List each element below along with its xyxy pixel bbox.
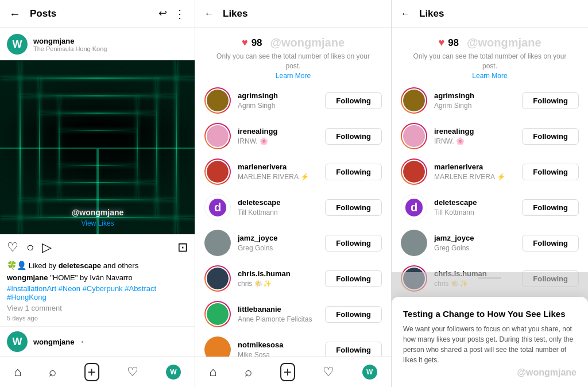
like-username[interactable]: jamz_joyce [434,233,515,243]
like-item: littlebananie Anne Piamonte Felicitas Fo… [195,296,391,332]
like-user-info: chris.is.human chris 🌤️✨ [238,269,318,289]
back-icon[interactable]: ← [9,7,21,21]
following-button[interactable]: Following [325,199,382,216]
modal-text: We want your followers to focus on what … [403,324,577,365]
like-user-info: deletescape Till Kottmann [434,198,515,218]
like-display-name: MARLENE RIVERA ⚡ [434,172,515,182]
post-user-info: wongmjane The Peninsula Hong Kong [33,37,188,52]
comment-icon[interactable]: ○ [26,240,34,255]
post-watermark: @wongmjane [72,208,124,217]
back-icon-right[interactable]: ← [401,9,410,19]
like-username[interactable]: chris.is.human [238,269,318,279]
nav-home-icon-mid[interactable]: ⌂ [209,365,216,380]
share-icon[interactable]: ▷ [42,240,52,255]
like-avatar[interactable] [204,265,231,292]
nav-home-icon[interactable]: ⌂ [14,365,21,380]
following-button[interactable]: Following [325,270,382,287]
following-button[interactable]: Following [325,128,382,145]
like-username[interactable]: notmikesosa [238,340,318,350]
like-username[interactable]: irenealingg [238,126,318,137]
posts-panel: ← Posts ↩ ⋮ W wongmjane The Peninsula Ho… [0,0,195,387]
like-username[interactable]: marlenerivera [434,162,515,172]
like-item: irenealingg IRNW. 🌸 Following [392,118,588,154]
like-user-info: marlenerivera MARLENE RIVERA ⚡ [238,162,318,182]
post-username[interactable]: wongmjane [33,37,188,45]
bookmark-icon[interactable]: ⊡ [177,240,188,255]
following-button[interactable]: Following [522,92,579,109]
view-likes-link[interactable]: View Likes [81,219,114,227]
like-username[interactable]: agrimsingh [434,91,515,101]
nav-search-icon[interactable]: ⌕ [49,365,56,380]
following-button[interactable]: Following [522,235,579,251]
back-icon-middle[interactable]: ← [204,9,214,19]
likes-privacy-right: Only you can see the total number of lik… [392,52,588,83]
like-avatar[interactable] [204,158,231,185]
following-button[interactable]: Following [325,92,382,109]
post-hashtags[interactable]: #InstallationArt #Neon #Cyberpunk #Abstr… [0,283,195,303]
following-button[interactable]: Following [522,199,579,216]
nav-heart-icon[interactable]: ♡ [127,365,138,380]
like-username[interactable]: deletescape [238,198,318,208]
liked-by-user[interactable]: deletescape [59,261,101,270]
like-item: d deletescape Till Kottmann Following [392,189,588,225]
like-avatar[interactable] [204,336,231,357]
like-username[interactable]: littlebananie [238,304,318,315]
like-avatar[interactable]: d [204,194,231,220]
like-username[interactable]: jamz_joyce [238,233,318,243]
nav-profile-avatar[interactable]: W [166,365,181,380]
like-username[interactable]: deletescape [434,198,515,208]
following-button[interactable]: Following [522,128,579,145]
caption-username[interactable]: wongmjane [7,273,48,282]
following-button[interactable]: Following [325,235,382,251]
following-button[interactable]: Following [325,164,382,180]
following-button[interactable]: Following [325,306,382,323]
like-avatar[interactable] [401,87,427,114]
learn-more-right[interactable]: Learn More [472,72,507,80]
nav-search-icon-mid[interactable]: ⌕ [245,365,252,380]
like-avatar[interactable] [401,123,427,149]
like-avatar[interactable] [401,158,427,185]
like-user-info: notmikesosa Mike Sosa [238,340,318,357]
likes-privacy-middle: Only you can see the total number of lik… [195,52,391,83]
like-item: marlenerivera MARLENE RIVERA ⚡ Following [195,154,391,189]
following-button[interactable]: Following [522,164,579,180]
like-username[interactable]: marlenerivera [238,162,318,172]
like-avatar[interactable] [204,230,231,256]
like-user-info: deletescape Till Kottmann [238,198,318,218]
like-avatar[interactable]: d [401,194,427,220]
like-user-info: littlebananie Anne Piamonte Felicitas [238,304,318,324]
header-icons-right: ↩ ⋮ [158,7,185,21]
post-comment-link[interactable]: View 1 comment [0,303,195,314]
nav-profile-avatar-mid[interactable]: W [362,365,377,380]
nav-add-icon[interactable]: + [84,363,99,381]
like-display-name: IRNW. 🌸 [238,137,318,146]
scroll-indicator [478,277,501,279]
following-button[interactable]: Following [325,342,382,357]
likes-count-right: 98 [448,37,459,49]
like-username[interactable]: irenealingg [434,126,515,137]
likes-watermark-middle: @wongmjane [270,36,345,49]
posts-header: ← Posts ↩ ⋮ [0,0,195,28]
post-bottom-avatar[interactable]: W [7,331,28,352]
post-author-avatar[interactable]: W [7,34,28,55]
reply-icon[interactable]: ↩ [158,7,167,21]
like-avatar[interactable] [204,123,231,149]
like-display-name: Agrim Singh [238,101,318,111]
like-avatar[interactable] [204,301,231,327]
like-avatar[interactable] [401,230,427,256]
like-icon[interactable]: ♡ [7,240,18,255]
more-options-icon[interactable]: ⋮ [174,7,185,21]
bottom-nav-middle: ⌂ ⌕ + ♡ W [195,357,391,387]
like-avatar[interactable] [204,87,231,114]
like-username[interactable]: agrimsingh [238,91,318,101]
like-user-info: jamz_joyce Greg Goins [238,233,318,253]
like-display-name: Mike Sosa [238,350,318,357]
posts-title: Posts [30,8,56,20]
modal-watermark: @wongmjane [403,367,577,378]
learn-more-middle[interactable]: Learn More [276,72,311,80]
nav-add-icon-mid[interactable]: + [280,363,295,381]
nav-heart-icon-mid[interactable]: ♡ [323,365,334,380]
like-display-name: Till Kottmann [434,208,515,218]
likes-count-row-middle: ♥ 98 @wongmjane [195,28,391,52]
post-actions: ♡ ○ ▷ ⊡ [0,234,195,261]
